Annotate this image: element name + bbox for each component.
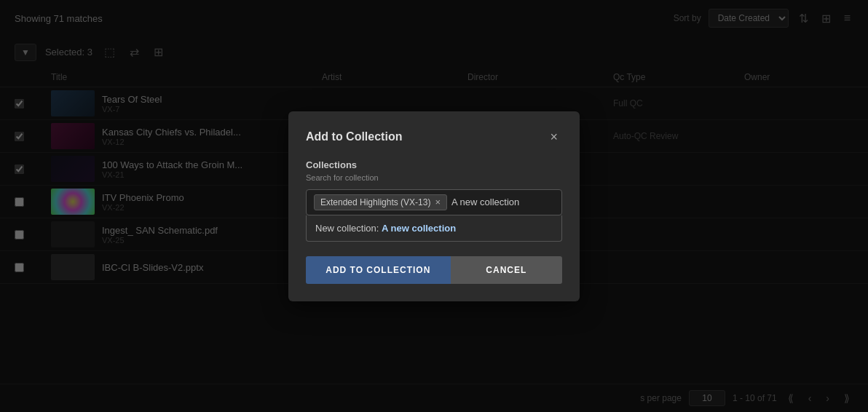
collection-input-area[interactable]: Extended Highlights (VX-13) × — [306, 189, 562, 215]
modal-overlay: Add to Collection × Collections Search f… — [0, 0, 868, 412]
dialog-title: Add to Collection — [306, 130, 402, 143]
collections-label: Collections — [306, 159, 562, 170]
add-to-collection-btn[interactable]: ADD TO COLLECTION — [306, 256, 451, 284]
close-dialog-btn[interactable]: × — [545, 129, 562, 145]
add-to-collection-dialog: Add to Collection × Collections Search f… — [288, 111, 580, 301]
collection-tag: Extended Highlights (VX-13) × — [314, 194, 447, 210]
tag-remove-btn[interactable]: × — [435, 197, 441, 207]
dropdown-prefix: New collection: — [315, 223, 382, 234]
dropdown-new-collection-item[interactable]: New collection: A new collection — [307, 215, 561, 241]
dialog-actions: ADD TO COLLECTION CANCEL — [306, 256, 562, 284]
cancel-btn[interactable]: CANCEL — [451, 256, 562, 284]
dropdown-value: A new collection — [382, 223, 456, 234]
collection-search-input[interactable] — [451, 197, 554, 207]
collection-dropdown: New collection: A new collection — [306, 215, 562, 242]
tag-label: Extended Highlights (VX-13) — [320, 197, 430, 207]
search-hint: Search for collection — [306, 173, 562, 182]
dialog-header: Add to Collection × — [306, 129, 562, 145]
